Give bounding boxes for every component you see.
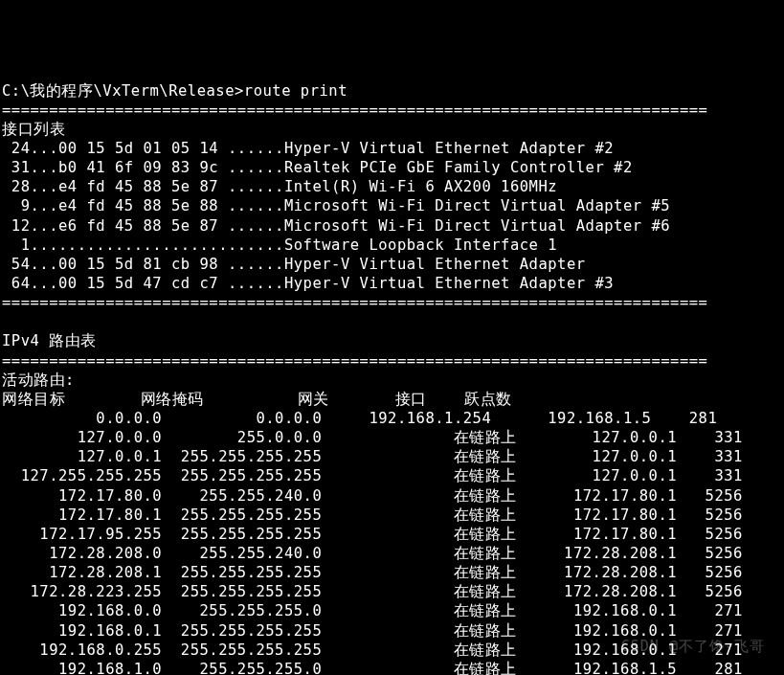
prompt-path: C:\我的程序\VxTerm\Release> (2, 82, 244, 100)
terminal-output[interactable]: C:\我的程序\VxTerm\Release>route print =====… (0, 78, 784, 675)
interface-list: 24...00 15 5d 01 05 14 ......Hyper-V Vir… (2, 140, 670, 292)
active-routes-header: 活动路由: (2, 371, 75, 389)
ipv4-header: IPv4 路由表 (2, 332, 97, 349)
watermark: CSDN @不了馋-飞哥 (621, 638, 765, 657)
route-rows: 0.0.0.0 0.0.0.0 192.168.1.254 192.168.1.… (2, 410, 743, 675)
divider-line: ========================================… (2, 352, 707, 370)
divider-line: ========================================… (2, 294, 707, 311)
column-headers: 网络目标 网络掩码 网关 接口 跃点数 (2, 391, 512, 408)
command: route print (244, 82, 347, 100)
interface-header: 接口列表 (2, 121, 65, 138)
divider-line: ========================================… (2, 101, 707, 119)
